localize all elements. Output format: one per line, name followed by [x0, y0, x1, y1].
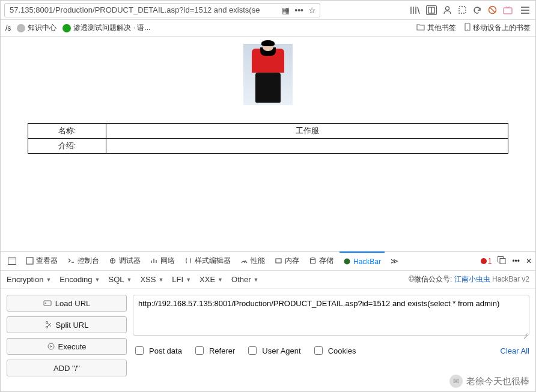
tab-storage[interactable]: 存储 [305, 252, 337, 271]
clear-all-link[interactable]: Clear All [501, 346, 529, 355]
devtools-dock-icon[interactable] [4, 252, 20, 271]
play-icon [47, 343, 55, 350]
crop-icon[interactable] [458, 5, 467, 14]
storage-icon [309, 257, 317, 265]
load-url-button[interactable]: Load URL [7, 295, 127, 312]
table-row: 介绍: [28, 139, 508, 154]
load-icon [43, 300, 52, 307]
hackbar-toolbar: Encryption▼ Encoding▼ SQL▼ XSS▼ LFI▼ XXE… [1, 271, 535, 289]
qr-icon[interactable]: ▦ [282, 5, 290, 15]
globe-icon [17, 24, 25, 32]
name-value: 工作服 [106, 124, 508, 139]
tab-inspector[interactable]: 查看器 [22, 252, 61, 271]
star-icon[interactable]: ☆ [308, 5, 316, 15]
bookmarks-bar: /s 知识中心 渗透测试问题解决 · 语... 其他书签 移动设备上的书签 [1, 20, 535, 37]
svg-rect-25 [500, 258, 505, 264]
svg-point-22 [311, 258, 315, 260]
checkbox-referer[interactable]: Referer [193, 345, 235, 357]
account-icon[interactable] [443, 5, 452, 14]
tab-style-editor[interactable]: 样式编辑器 [181, 252, 234, 271]
error-dot-icon [481, 258, 487, 264]
devtools-close-icon[interactable]: ✕ [526, 257, 532, 265]
devtools-panel: 查看器 控制台 调试器 网络 样式编辑器 性能 内存 存储 HackBar ≫ … [1, 251, 535, 391]
svg-rect-10 [504, 8, 512, 14]
library-icon[interactable] [410, 6, 420, 14]
tab-performance[interactable]: 性能 [237, 252, 269, 271]
svg-rect-26 [44, 301, 51, 306]
svg-rect-7 [459, 7, 466, 13]
tab-debugger[interactable]: 调试器 [105, 252, 144, 271]
dropdown-lfi[interactable]: LFI▼ [172, 275, 191, 284]
dropdown-encryption[interactable]: Encryption▼ [7, 275, 51, 284]
url-input-box[interactable]: ▦ ••• ☆ [4, 3, 320, 17]
chevron-right-icon: ≫ [391, 257, 398, 265]
chevron-down-icon: ▼ [186, 277, 191, 283]
debugger-icon [109, 257, 117, 265]
add-slash-button[interactable]: ADD "/" [7, 360, 127, 376]
url-textarea[interactable] [133, 295, 529, 336]
tab-console[interactable]: 控制台 [64, 252, 103, 271]
page-content: 名称: 工作服 介绍: [1, 37, 535, 251]
devtools-more-icon[interactable]: ••• [512, 257, 520, 265]
leaf-icon [62, 24, 71, 32]
hackbar-credit: ©微信公众号: 江南小虫虫 HackBar v2 [409, 274, 529, 285]
desc-value [106, 139, 508, 154]
product-image [243, 44, 293, 105]
bookmark-item[interactable]: 渗透测试问题解决 · 语... [62, 23, 150, 33]
mobile-icon [464, 23, 471, 33]
url-input[interactable] [8, 5, 282, 15]
bookmark-item-label: 移动设备上的书签 [473, 23, 531, 33]
table-row: 名称: 工作服 [28, 124, 508, 139]
gauge-icon [240, 257, 248, 265]
product-table: 名称: 工作服 介绍: [28, 123, 508, 154]
console-icon [67, 257, 75, 265]
bookmark-item-label: 知识中心 [28, 23, 56, 33]
svg-point-6 [446, 7, 449, 10]
svg-line-3 [418, 7, 419, 14]
svg-marker-31 [50, 345, 52, 348]
network-icon [150, 257, 158, 265]
dropdown-other[interactable]: Other▼ [231, 275, 258, 284]
more-icon[interactable]: ••• [294, 5, 303, 15]
tabs-overflow[interactable]: ≫ [387, 252, 402, 271]
split-url-button[interactable]: Split URL [7, 316, 127, 333]
checkbox-post-data[interactable]: Post data [133, 345, 182, 357]
bookmark-item[interactable]: /s [5, 24, 11, 32]
menu-icon[interactable] [519, 7, 532, 14]
tab-memory[interactable]: 内存 [271, 252, 303, 271]
noscript-icon[interactable] [488, 5, 497, 14]
tab-network[interactable]: 网络 [147, 252, 178, 271]
devtools-tabs: 查看器 控制台 调试器 网络 样式编辑器 性能 内存 存储 HackBar ≫ … [1, 252, 535, 271]
error-badge[interactable]: 1 [481, 257, 492, 265]
bookmark-item[interactable]: 知识中心 [17, 23, 56, 33]
dropdown-sql[interactable]: SQL▼ [108, 275, 132, 284]
bookmark-item-label: /s [5, 24, 11, 32]
undo-icon[interactable] [473, 5, 482, 14]
checkbox-cookies[interactable]: Cookies [312, 345, 356, 357]
svg-rect-18 [26, 258, 33, 264]
resize-handle-icon[interactable] [522, 330, 528, 336]
bookmark-item-label: 其他书签 [427, 23, 456, 33]
chevron-down-icon: ▼ [127, 277, 132, 283]
execute-button[interactable]: Execute [7, 338, 127, 355]
devtools-panels-icon[interactable] [498, 256, 506, 266]
chevron-down-icon: ▼ [254, 277, 259, 283]
reader-icon[interactable] [426, 5, 437, 15]
memory-icon [275, 257, 282, 265]
mobile-bookmarks[interactable]: 移动设备上的书签 [464, 23, 531, 33]
other-bookmarks[interactable]: 其他书签 [416, 23, 456, 33]
tab-hackbar[interactable]: HackBar [340, 252, 385, 271]
chevron-down-icon: ▼ [218, 277, 223, 283]
scissors-icon [45, 321, 52, 329]
chevron-down-icon: ▼ [46, 277, 51, 283]
inspector-icon [26, 257, 34, 265]
dropdown-encoding[interactable]: Encoding▼ [59, 275, 100, 284]
dropdown-xss[interactable]: XSS▼ [140, 275, 163, 284]
checkbox-user-agent[interactable]: User Agent [246, 345, 300, 357]
tv-icon[interactable] [503, 6, 513, 14]
name-label: 名称: [28, 124, 106, 139]
braces-icon [184, 257, 192, 265]
chevron-down-icon: ▼ [158, 277, 163, 283]
credit-link[interactable]: 江南小虫虫 [454, 275, 490, 283]
dropdown-xxe[interactable]: XXE▼ [199, 275, 223, 284]
